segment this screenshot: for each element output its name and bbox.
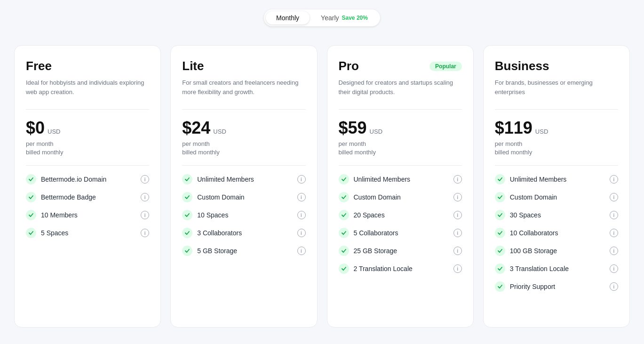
feature-left: Unlimited Members xyxy=(339,174,411,184)
feature-item: 25 GB Storagei xyxy=(339,246,462,256)
info-icon[interactable]: i xyxy=(453,175,462,184)
check-icon xyxy=(495,264,505,274)
plan-card-business: BusinessFor brands, businesses or emergi… xyxy=(483,45,630,328)
divider-top-pro xyxy=(339,109,462,110)
plan-name-pro: ProPopular xyxy=(339,59,462,73)
feature-left: Unlimited Members xyxy=(182,174,254,184)
info-icon[interactable]: i xyxy=(297,211,306,219)
check-icon xyxy=(339,210,349,220)
price-amount-free: $0 xyxy=(26,118,45,138)
info-icon[interactable]: i xyxy=(297,247,306,255)
price-period-business: per monthbilled monthly xyxy=(495,140,618,157)
price-row-business: $119USD xyxy=(495,118,618,138)
plan-name-text-free: Free xyxy=(26,59,52,73)
toggle-monthly[interactable]: Monthly xyxy=(266,11,310,24)
plan-name-free: Free xyxy=(26,59,149,73)
features-list-business: Unlimited MembersiCustom Domaini30 Space… xyxy=(495,174,618,292)
price-period-lite: per monthbilled monthly xyxy=(182,140,305,157)
feature-text: Unlimited Members xyxy=(354,176,411,183)
price-currency-pro: USD xyxy=(370,128,382,135)
info-icon[interactable]: i xyxy=(141,193,149,201)
check-icon xyxy=(339,246,349,256)
feature-item: 10 Membersi xyxy=(26,210,149,220)
info-icon[interactable]: i xyxy=(141,229,149,237)
feature-item: 30 Spacesi xyxy=(495,210,618,220)
plan-card-lite: LiteFor small creators and freelancers n… xyxy=(170,45,317,328)
billing-toggle-pill: Monthly Yearly Save 20% xyxy=(264,9,380,26)
feature-left: Bettermode.io Domain xyxy=(26,174,106,184)
feature-text: Priority Support xyxy=(510,283,555,290)
check-icon xyxy=(182,210,192,220)
price-currency-business: USD xyxy=(535,128,548,135)
plan-description-free: Ideal for hobbyists and individuals expl… xyxy=(26,78,149,101)
info-icon[interactable]: i xyxy=(610,264,618,273)
plan-card-pro: ProPopularDesigned for creators and star… xyxy=(327,45,474,328)
info-icon[interactable]: i xyxy=(453,247,462,255)
price-currency-free: USD xyxy=(48,128,60,135)
feature-left: 30 Spaces xyxy=(495,210,541,220)
check-icon xyxy=(182,228,192,238)
info-icon[interactable]: i xyxy=(453,193,462,201)
check-icon xyxy=(26,192,36,202)
check-icon xyxy=(339,228,349,238)
info-icon[interactable]: i xyxy=(453,229,462,237)
features-list-free: Bettermode.io DomainiBettermode Badgei10… xyxy=(26,174,149,238)
check-icon xyxy=(182,192,192,202)
feature-text: Bettermode Badge xyxy=(41,193,96,201)
plan-name-lite: Lite xyxy=(182,59,305,73)
feature-text: Custom Domain xyxy=(197,193,244,201)
check-icon xyxy=(495,174,505,184)
feature-item: 5 Collaboratorsi xyxy=(339,228,462,238)
price-row-pro: $59USD xyxy=(339,118,462,138)
feature-text: 2 Translation Locale xyxy=(354,265,413,272)
feature-text: Unlimited Members xyxy=(510,176,567,183)
info-icon[interactable]: i xyxy=(610,193,618,201)
billing-toggle-container: Monthly Yearly Save 20% xyxy=(14,9,630,26)
feature-item: 10 Collaboratorsi xyxy=(495,228,618,238)
check-icon xyxy=(182,246,192,256)
check-icon xyxy=(26,174,36,184)
features-list-lite: Unlimited MembersiCustom Domaini10 Space… xyxy=(182,174,305,256)
feature-item: 20 Spacesi xyxy=(339,210,462,220)
feature-left: 5 GB Storage xyxy=(182,246,237,256)
feature-item: Unlimited Membersi xyxy=(495,174,618,184)
check-icon xyxy=(495,281,505,292)
divider-bottom-business xyxy=(495,165,618,166)
info-icon[interactable]: i xyxy=(141,175,149,184)
toggle-yearly-label: Yearly xyxy=(321,14,339,22)
info-icon[interactable]: i xyxy=(610,175,618,184)
info-icon[interactable]: i xyxy=(610,247,618,255)
info-icon[interactable]: i xyxy=(610,229,618,237)
divider-bottom-pro xyxy=(339,165,462,166)
feature-left: Unlimited Members xyxy=(495,174,567,184)
feature-item: Bettermode.io Domaini xyxy=(26,174,149,184)
price-period-free: per monthbilled monthly xyxy=(26,140,149,157)
info-icon[interactable]: i xyxy=(453,211,462,219)
price-period-pro: per monthbilled monthly xyxy=(339,140,462,157)
feature-item: Unlimited Membersi xyxy=(182,174,305,184)
divider-bottom-lite xyxy=(182,165,305,166)
divider-top-lite xyxy=(182,109,305,110)
info-icon[interactable]: i xyxy=(297,175,306,184)
info-icon[interactable]: i xyxy=(141,211,149,219)
feature-left: Custom Domain xyxy=(182,192,244,202)
feature-left: 10 Collaborators xyxy=(495,228,558,238)
feature-item: 3 Collaboratorsi xyxy=(182,228,305,238)
feature-left: 20 Spaces xyxy=(339,210,385,220)
feature-left: Priority Support xyxy=(495,281,555,292)
info-icon[interactable]: i xyxy=(453,264,462,273)
feature-item: 5 Spacesi xyxy=(26,228,149,238)
info-icon[interactable]: i xyxy=(297,229,306,237)
feature-text: Bettermode.io Domain xyxy=(41,176,106,183)
info-icon[interactable]: i xyxy=(297,193,306,201)
price-amount-business: $119 xyxy=(495,118,533,138)
toggle-yearly[interactable]: Yearly Save 20% xyxy=(310,11,378,24)
price-row-lite: $24USD xyxy=(182,118,305,138)
feature-text: 5 Collaborators xyxy=(354,229,398,237)
info-icon[interactable]: i xyxy=(610,211,618,219)
info-icon[interactable]: i xyxy=(610,282,618,291)
feature-text: 20 Spaces xyxy=(354,211,385,219)
feature-text: 10 Spaces xyxy=(197,211,228,219)
price-amount-pro: $59 xyxy=(339,118,367,138)
feature-left: 3 Translation Locale xyxy=(495,264,569,274)
